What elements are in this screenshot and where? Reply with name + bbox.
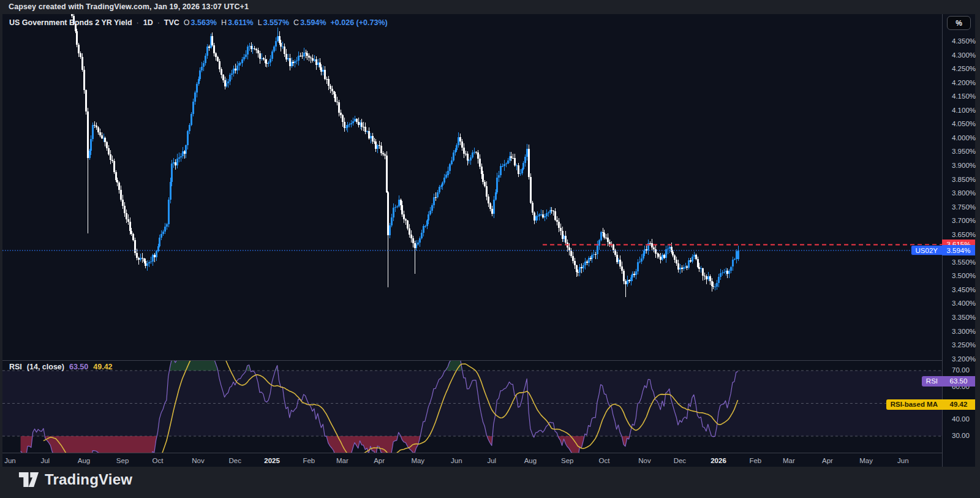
time-axis-month-label: Dec <box>229 457 241 464</box>
price-axis-label: 4.000% <box>947 134 978 143</box>
price-axis-label: 3.500% <box>947 272 978 281</box>
rsi-ma-value-badge: 49.42 <box>942 399 975 410</box>
price-axis-label: 4.150% <box>947 92 978 101</box>
time-axis-month-label: Mar <box>783 457 795 464</box>
price-axis-label: 3.700% <box>947 217 978 225</box>
time-axis-month-label: Jul <box>487 457 496 464</box>
time-axis-month-label: Apr <box>822 457 833 464</box>
open-value: 3.563% <box>191 18 217 27</box>
chart-canvas[interactable] <box>2 14 942 453</box>
low-label: L <box>258 18 262 27</box>
rsi-axis-label: 40.00 <box>947 415 978 424</box>
open-label: O <box>184 18 190 27</box>
tradingview-logo-icon <box>18 471 39 488</box>
time-axis[interactable]: JunJulAugSepOctNovDec2025FebMarAprMayJun… <box>2 453 942 467</box>
time-axis-month-label: Jun <box>897 457 909 464</box>
price-axis-label: 3.950% <box>947 148 978 156</box>
time-axis-month-label: Apr <box>374 457 385 464</box>
price-axis-label: 3.550% <box>947 258 978 267</box>
time-axis-month-label: Jul <box>40 457 50 464</box>
price-axis-label: 3.450% <box>947 286 978 295</box>
rsi-params: (14, close) <box>27 363 64 371</box>
time-axis-year-label: 2026 <box>710 457 726 464</box>
chart-legend: US Government Bonds 2 YR Yield · 1D · TV… <box>9 18 388 27</box>
time-axis-month-label: Jun <box>451 457 462 464</box>
symbol-title[interactable]: US Government Bonds 2 YR Yield <box>9 18 132 27</box>
time-axis-month-label: May <box>411 457 424 464</box>
rsi-ma-tag-badge: RSI-based MA <box>886 399 942 410</box>
time-axis-month-label: Oct <box>599 457 610 464</box>
ticker-badge: US02Y <box>911 245 942 255</box>
price-axis-label: 3.800% <box>947 189 978 198</box>
percent-unit-button[interactable]: % <box>947 16 971 30</box>
rsi-legend-value: 63.50 <box>69 363 88 371</box>
price-axis-label: 3.200% <box>947 355 978 364</box>
price-axis-label: 4.100% <box>947 107 978 115</box>
high-value: 3.611% <box>228 18 254 27</box>
price-axis-label: 3.400% <box>947 300 978 308</box>
interval-label[interactable]: 1D <box>143 18 153 27</box>
chart-widget: US Government Bonds 2 YR Yield · 1D · TV… <box>2 14 975 467</box>
time-axis-month-label: Nov <box>638 457 650 464</box>
close-label: C <box>293 18 299 27</box>
exchange-label: TVC <box>164 18 179 27</box>
time-axis-month-label: Sep <box>116 457 129 464</box>
legend-separator: · <box>137 18 139 27</box>
candles-layer <box>2 14 739 297</box>
current-price-badge: 3.594% <box>942 245 975 255</box>
price-axis-label: 4.300% <box>947 51 978 60</box>
time-axis-month-label: Oct <box>153 457 164 464</box>
price-axis-label: 3.850% <box>947 176 978 184</box>
rsi-value-badge: 63.50 <box>942 376 975 387</box>
time-axis-month-label: Nov <box>192 457 204 464</box>
price-axis-label: 3.250% <box>947 341 978 350</box>
low-value: 3.557% <box>263 18 289 27</box>
price-axis-label: 3.750% <box>947 203 978 212</box>
attribution-text: Capsey created with TradingView.com, Jan… <box>9 2 249 12</box>
close-value: 3.594% <box>300 18 326 27</box>
price-axis-label: 3.300% <box>947 328 978 336</box>
time-axis-month-label: Feb <box>749 457 761 464</box>
price-lines-layer <box>2 244 942 250</box>
rsi-tag-badge: RSI <box>922 376 942 387</box>
rsi-axis-label: 70.00 <box>947 366 978 375</box>
time-axis-year-label: 2025 <box>264 457 280 464</box>
time-axis-month-label: Jun <box>4 457 16 464</box>
price-axis-label: 3.650% <box>947 231 978 240</box>
tradingview-logo[interactable]: TradingView <box>18 471 132 488</box>
rsi-legend: RSI (14, close) 63.50 49.42 <box>9 363 113 371</box>
price-axis-label: 4.200% <box>947 79 978 88</box>
time-axis-month-label: Dec <box>674 457 686 464</box>
time-axis-month-label: May <box>859 457 873 464</box>
price-axis-label: 3.350% <box>947 314 978 322</box>
time-axis-month-label: Sep <box>561 457 573 464</box>
time-axis-month-label: Feb <box>303 457 315 464</box>
price-axis-label: 4.050% <box>947 120 978 129</box>
change-value: +0.026 (+0.73%) <box>331 18 388 27</box>
pane-separator[interactable] <box>2 360 975 361</box>
tradingview-logo-text: TradingView <box>45 471 132 488</box>
rsi-title[interactable]: RSI <box>9 363 22 371</box>
price-axis-label: 3.900% <box>947 162 978 170</box>
time-axis-month-label: Aug <box>78 457 90 464</box>
rsi-axis-label: 30.00 <box>947 432 978 440</box>
price-axis-label: 4.250% <box>947 65 978 74</box>
high-label: H <box>221 18 227 27</box>
legend-separator: · <box>157 18 160 27</box>
price-axis-label: 4.350% <box>947 37 978 46</box>
time-axis-month-label: Mar <box>336 457 349 464</box>
time-axis-month-label: Aug <box>524 457 537 464</box>
rsi-ma-legend-value: 49.42 <box>93 363 112 371</box>
